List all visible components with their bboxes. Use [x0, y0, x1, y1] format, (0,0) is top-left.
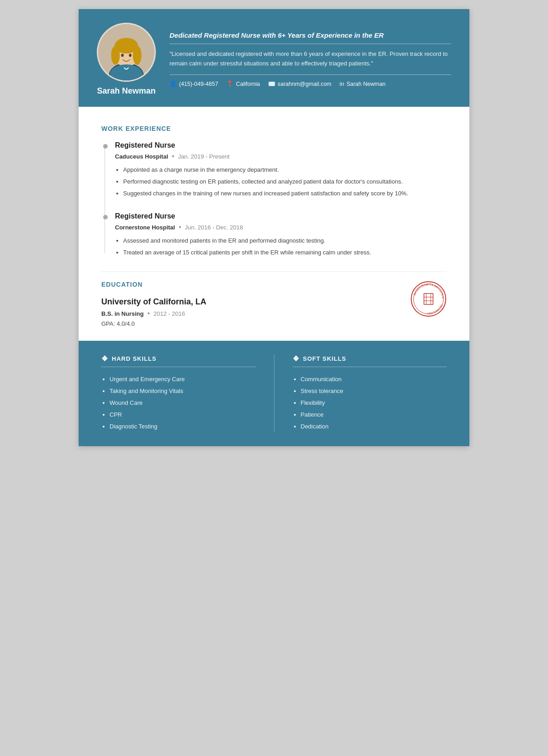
svg-rect-14 [424, 293, 433, 304]
contact-phone: 👤 (415)-049-4857 [169, 80, 218, 87]
hard-skill-4: CPR [110, 409, 256, 421]
email-icon: ✉️ [268, 80, 275, 87]
header-name: Sarah Newman [97, 86, 155, 96]
hard-skill-2: Taking and Monitoring Vitals [110, 385, 256, 397]
edu-year: 2012 - 2016 [154, 310, 185, 317]
job-company-row-2: Cornerstone Hospital • Jun. 2016 - Dec. … [115, 223, 447, 231]
timeline: Registered Nurse Caduceus Hospital • Jan… [101, 141, 447, 258]
education-section: EDUCATION MASSACHUSETTS INSTITUTE OF TEC… [101, 271, 447, 327]
job-bullets-2: Assessed and monitored patients in the E… [115, 236, 447, 258]
main-content: WORK EXPERIENCE Registered Nurse Caduceu… [79, 107, 469, 341]
timeline-dot-1 [103, 144, 108, 149]
header-right: Dedicated Registered Nurse with 6+ Years… [169, 31, 451, 88]
header-summary: "Licensed and dedicated registered with … [169, 50, 451, 69]
edu-degree-row: B.S. in Nursing • 2012 - 2016 [101, 309, 447, 318]
timeline-line [105, 146, 105, 253]
soft-skill-3: Flexibility [301, 397, 447, 409]
edu-gpa: GPA: 4.0/4.0 [101, 320, 447, 327]
contact-location: 📍 California [226, 80, 260, 87]
svg-text:MASSACHUSETTS INSTITUTE OF: MASSACHUSETTS INSTITUTE OF [410, 281, 444, 299]
hard-skill-5: Diagnostic Testing [110, 421, 256, 433]
phone-icon: 👤 [169, 80, 177, 87]
soft-skill-4: Patience [301, 409, 447, 421]
job-bullet-1-1: Appointed as a charge nurse in the emerg… [123, 165, 447, 175]
job-company-2: Cornerstone Hospital [115, 224, 175, 231]
job-bullet-1-3: Suggested changes in the training of new… [123, 189, 447, 199]
svg-point-6 [133, 46, 141, 65]
hard-skills-icon: ❖ [101, 354, 108, 363]
skills-footer: ❖ HARD SKILLS Urgent and Emergency Care … [79, 341, 469, 446]
edu-degree: B.S. in Nursing [101, 310, 144, 317]
svg-point-8 [129, 54, 132, 57]
resume-container: Sarah Newman Dedicated Registered Nurse … [79, 9, 469, 446]
work-experience-title: WORK EXPERIENCE [101, 125, 447, 132]
soft-skills-icon: ❖ [293, 354, 299, 363]
soft-skill-2: Stress tolerance [301, 385, 447, 397]
soft-skill-1: Communication [301, 373, 447, 385]
svg-point-10 [411, 282, 446, 316]
avatar-section: Sarah Newman [97, 23, 156, 96]
job-date-2: Jun. 2016 - Dec. 2018 [185, 224, 243, 231]
job-title-1: Registered Nurse [115, 141, 447, 149]
soft-skills-list: Communication Stress tolerance Flexibili… [293, 373, 447, 433]
hard-skills-title: ❖ HARD SKILLS [101, 354, 256, 367]
job-company-row-1: Caduceus Hospital • Jan. 2019 - Present [115, 152, 447, 160]
job-bullet-1-2: Performed diagnostic testing on ER patie… [123, 177, 447, 187]
soft-skills-col: ❖ SOFT SKILLS Communication Stress toler… [293, 354, 447, 433]
edu-logo: MASSACHUSETTS INSTITUTE OF TECHNOLOGY [410, 281, 447, 317]
svg-text:TECHNOLOGY: TECHNOLOGY [427, 304, 443, 315]
hard-skills-col: ❖ HARD SKILLS Urgent and Emergency Care … [101, 354, 256, 433]
skills-divider [274, 354, 274, 433]
soft-skills-title: ❖ SOFT SKILLS [293, 354, 447, 367]
linkedin-icon: in [339, 80, 344, 87]
soft-skill-5: Dedication [301, 421, 447, 433]
svg-point-7 [121, 54, 124, 57]
hard-skill-3: Wound Care [110, 397, 256, 409]
job-bullet-2-2: Treated an average of 15 critical patien… [123, 248, 447, 258]
job-item-2: Registered Nurse Cornerstone Hospital • … [115, 212, 447, 258]
edu-university: University of California, LA [101, 297, 447, 307]
job-bullets-1: Appointed as a charge nurse in the emerg… [115, 165, 447, 199]
contact-linkedin: in Sarah Newman [339, 80, 385, 87]
job-bullet-2-1: Assessed and monitored patients in the E… [123, 236, 447, 246]
job-date-1: Jan. 2019 - Present [178, 153, 229, 160]
timeline-dot-2 [103, 215, 108, 219]
header-title: Dedicated Registered Nurse with 6+ Years… [169, 31, 451, 39]
job-item-1: Registered Nurse Caduceus Hospital • Jan… [115, 141, 447, 199]
contact-row: 👤 (415)-049-4857 📍 California ✉️ sarahnm… [169, 80, 451, 87]
header-divider2 [169, 75, 451, 75]
hard-skill-1: Urgent and Emergency Care [110, 373, 256, 385]
resume-header: Sarah Newman Dedicated Registered Nurse … [79, 9, 469, 107]
hard-skills-list: Urgent and Emergency Care Taking and Mon… [101, 373, 256, 433]
header-divider1 [169, 44, 451, 44]
avatar [97, 23, 156, 82]
location-icon: 📍 [226, 80, 234, 87]
job-company-1: Caduceus Hospital [115, 153, 168, 160]
job-title-2: Registered Nurse [115, 212, 447, 220]
education-title: EDUCATION [101, 281, 447, 288]
svg-point-5 [111, 46, 120, 65]
contact-email: ✉️ sarahnm@gmail.com [268, 80, 331, 87]
